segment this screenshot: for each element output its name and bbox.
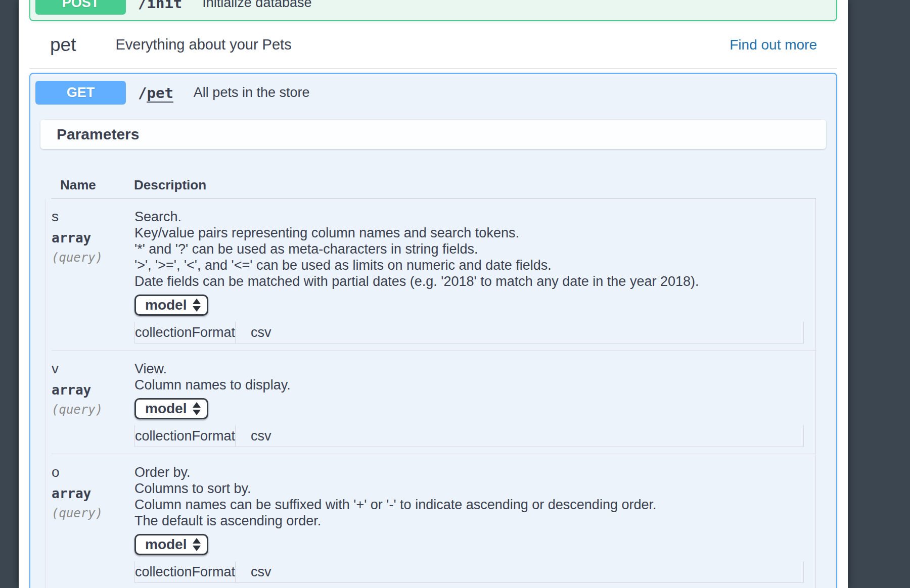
method-badge-post: POST	[35, 0, 126, 15]
opblock-get-pet: GET /pet All pets in the store Parameter…	[29, 73, 837, 588]
description-line: '*' and '?' can be used as meta-characte…	[134, 241, 815, 257]
param-name: s	[52, 209, 134, 225]
path-link-pet[interactable]: /pet	[138, 84, 173, 102]
opblock-summary-get-pet[interactable]: GET /pet All pets in the store	[30, 74, 836, 112]
param-row-o: o array (query) Order by. Columns to sor…	[52, 454, 815, 588]
prop-key: collectionFormat	[135, 561, 236, 583]
param-type: array	[52, 485, 134, 502]
description-line: Column names can be suffixed with '+' or…	[134, 497, 815, 513]
opblock-post-init: POST /init Initialize database	[29, 0, 837, 21]
select-value: model	[145, 401, 187, 417]
path-link-init[interactable]: /init	[138, 0, 182, 12]
table-row: collectionFormat csv	[135, 322, 804, 344]
param-name-cell: o array (query)	[52, 464, 134, 588]
column-header-description: Description	[134, 177, 206, 193]
table-row: collectionFormat csv	[135, 425, 804, 447]
description-line: The default is ascending order.	[134, 513, 815, 529]
prop-value: csv	[236, 322, 804, 344]
param-row-s: s array (query) Search. Key/value pairs …	[52, 199, 815, 351]
param-type: array	[52, 382, 134, 398]
prop-key: collectionFormat	[135, 425, 236, 447]
parameters-table: Name Description s array (query) Search.…	[45, 149, 816, 588]
param-type: array	[52, 230, 134, 246]
opblock-summary-post-init[interactable]: POST /init Initialize database	[30, 0, 836, 21]
path-word: pet	[147, 84, 173, 103]
parameters-table-head: Name Description	[51, 177, 816, 199]
param-location: (query)	[52, 250, 134, 265]
prop-value: csv	[236, 561, 804, 583]
param-row-v: v array (query) View. Column names to di…	[52, 351, 815, 454]
description-line: Column names to display.	[134, 377, 815, 393]
description-line: View.	[134, 361, 815, 377]
param-name-cell: s array (query)	[52, 209, 134, 350]
items-type-select[interactable]: model	[134, 534, 208, 555]
prop-key: collectionFormat	[135, 322, 236, 344]
description-line: Columns to sort by.	[134, 480, 815, 497]
tag-title: pet	[50, 34, 76, 56]
parameters-header: Parameters	[40, 120, 826, 149]
description-line: Date fields can be matched with partial …	[134, 273, 815, 289]
path-slash: /	[138, 84, 147, 102]
swagger-page: POST /init Initialize database pet Every…	[19, 0, 848, 588]
tag-description: Everything about your Pets	[115, 36, 291, 53]
description-line: Search.	[134, 209, 815, 225]
tag-section-pet[interactable]: pet Everything about your Pets Find out …	[29, 21, 837, 69]
select-value: model	[145, 536, 187, 553]
select-spinner-icon	[193, 402, 201, 415]
param-props-table: collectionFormat csv	[134, 322, 804, 344]
param-name: v	[52, 361, 134, 377]
description-line: Order by.	[134, 464, 815, 480]
param-location: (query)	[52, 506, 134, 521]
endpoint-summary-pet: All pets in the store	[194, 85, 310, 101]
param-props-table: collectionFormat csv	[134, 425, 804, 447]
method-badge-get: GET	[35, 81, 126, 105]
param-description-cell: Search. Key/value pairs representing col…	[134, 209, 815, 350]
param-name-cell: v array (query)	[52, 361, 134, 454]
items-type-select[interactable]: model	[134, 295, 208, 316]
column-header-name: Name	[51, 177, 134, 193]
select-value: model	[145, 297, 187, 313]
param-description-cell: View. Column names to display. model col…	[134, 361, 815, 454]
parameters-title: Parameters	[57, 126, 139, 143]
endpoint-summary-init: Initialize database	[202, 0, 311, 11]
description-line: '>', '>=', '<', and '<=' can be used as …	[134, 257, 815, 273]
prop-value: csv	[236, 425, 804, 447]
table-row: collectionFormat csv	[135, 561, 804, 583]
param-props-table: collectionFormat csv	[134, 561, 804, 583]
param-description-cell: Order by. Columns to sort by. Column nam…	[134, 464, 815, 588]
select-spinner-icon	[193, 538, 201, 551]
param-location: (query)	[52, 402, 134, 417]
param-name: o	[52, 464, 134, 480]
items-type-select[interactable]: model	[134, 398, 208, 419]
description-line: Key/value pairs representing column name…	[134, 225, 815, 241]
parameters-rows: s array (query) Search. Key/value pairs …	[45, 199, 816, 588]
find-out-more-link[interactable]: Find out more	[730, 37, 817, 53]
select-spinner-icon	[193, 299, 201, 312]
